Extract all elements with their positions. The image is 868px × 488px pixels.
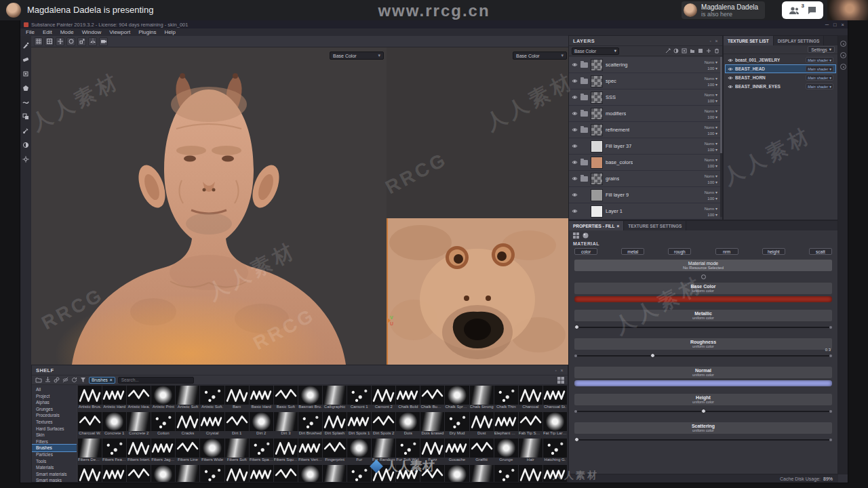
channel-toggle-button[interactable]: rough [668,248,691,255]
brush-item[interactable]: Fuzz [420,439,444,464]
texture-set-row[interactable]: BEAST_INNER_EYES Main shader ▾ [725,82,836,91]
tab-texture-set-list[interactable]: TEXTURE SET LIST [724,36,774,45]
brush-item[interactable]: Charcoal [519,386,542,411]
brush-item[interactable]: Concrete 2 [127,412,151,438]
shelf-category[interactable]: All [32,386,77,393]
viewport-3d[interactable]: Base Color▾ [31,47,387,365]
property-slider[interactable] [574,323,832,331]
brush-item[interactable]: Fibers Dense [78,439,102,464]
dock-display-icon[interactable] [840,41,846,47]
brush-item[interactable] [78,465,102,482]
brush-item[interactable]: Hatching G. [543,439,567,464]
opacity-dropdown[interactable]: 100 ▾ [707,196,717,201]
eraser-tool[interactable] [22,56,30,64]
brush-item[interactable] [420,465,444,482]
menu-item[interactable]: Window [82,29,101,35]
layer-row[interactable]: Fill layer 9 Norm ▾ 100 ▾ [569,187,720,203]
pin-panel-icon[interactable]: ◦ [710,39,712,43]
grid-view-icon[interactable] [573,232,579,239]
channel-toggle-button[interactable]: metal [621,248,644,255]
layer-row[interactable]: Layer 1 Norm ▾ 100 ▾ [569,203,720,220]
visibility-eye-icon[interactable] [572,94,578,100]
opacity-dropdown[interactable]: 100 ▾ [707,180,717,184]
shelf-category[interactable]: Smart materials [32,471,77,478]
close-panel-icon[interactable]: × [715,39,719,43]
property-slider[interactable] [574,407,832,415]
brush-item[interactable] [445,465,469,482]
color-swatch-bar[interactable] [574,296,832,302]
menu-item[interactable]: File [26,29,35,35]
slider-track[interactable] [576,327,831,328]
brush-item[interactable]: Crystal [200,412,224,438]
shelf-category[interactable]: Particles [32,451,77,458]
move-icon[interactable] [56,37,64,46]
blend-mode-dropdown[interactable]: Norm ▾ [705,190,717,195]
visibility-eye-icon[interactable] [572,208,578,214]
blend-mode-dropdown[interactable]: Norm ▾ [705,174,717,178]
brush-item[interactable]: Dots [396,412,420,438]
smudge-tool[interactable] [22,98,30,106]
property-slider[interactable]: 0.3 [574,351,832,359]
texture-set-row[interactable]: BEAST_HEAD Main shader ▾ [725,64,836,73]
brush-item[interactable] [372,465,395,482]
brush-item[interactable]: Grunge [494,439,518,464]
shader-dropdown[interactable]: Main shader ▾ [806,57,833,63]
visibility-eye-icon[interactable] [572,143,578,149]
symmetry-icon[interactable] [88,37,97,46]
layer-row[interactable]: grains Norm ▾ 100 ▾ [569,171,720,187]
camera-icon[interactable] [99,37,108,46]
brush-item[interactable]: Fibers Feather [102,439,126,464]
visibility-eye-icon[interactable] [572,159,578,165]
channel-toggle-button[interactable]: scatt [809,248,832,255]
brush-item[interactable]: Cracks [176,412,199,438]
brush-item[interactable]: Basmati Bru. [298,386,322,411]
menu-item[interactable]: Edit [43,29,52,35]
remove-filter-icon[interactable]: × [110,378,113,382]
visibility-eye-icon[interactable] [728,66,733,72]
blend-mode-dropdown[interactable]: Norm ▾ [705,125,717,129]
opacity-dropdown[interactable]: 100 ▾ [707,147,717,152]
brush-item[interactable] [543,465,567,482]
brush-item[interactable]: Dirt 1 [225,412,249,438]
close-button[interactable]: × [842,22,844,28]
brush-item[interactable] [274,465,298,482]
brush-item[interactable]: Artistic Hea. [127,386,151,411]
opacity-dropdown[interactable]: 100 ▾ [707,115,717,119]
brush-item[interactable] [176,465,199,482]
maximize-button[interactable]: □ [833,22,837,28]
brush-item[interactable]: Bam [225,386,249,411]
add-layer-icon[interactable] [706,48,711,54]
brush-item[interactable]: Chalk Bumpy [420,386,444,411]
slider-handle[interactable] [701,409,706,413]
shelf-category[interactable]: Alphas [32,399,77,406]
brush-item[interactable]: Dirt Spots 1 [347,412,371,438]
brush-item[interactable] [519,465,542,482]
projection-tool[interactable] [22,70,30,78]
visibility-eye-icon[interactable] [572,127,578,133]
brush-item[interactable]: Fibers Wide [200,439,224,464]
opacity-dropdown[interactable]: 100 ▾ [707,66,717,70]
slider-track[interactable] [576,355,831,357]
brush-item[interactable]: Charcoal St. [543,386,567,411]
brush-item[interactable]: Chalk Spread [445,386,469,411]
opacity-dropdown[interactable]: 100 ▾ [707,212,717,217]
brush-item[interactable] [151,465,175,482]
color-swatch-bar[interactable] [574,380,832,386]
quick-mask-tool[interactable] [22,141,30,149]
brush-item[interactable]: Artistic Soft. [200,386,224,411]
table-icon[interactable] [45,37,54,46]
texture-set-settings-dropdown[interactable]: Settings▾ [808,46,835,53]
rotate-icon[interactable] [66,37,75,46]
menu-item[interactable]: Mode [60,29,74,35]
property-slider[interactable] [574,435,832,443]
opacity-dropdown[interactable]: 100 ▾ [707,163,717,168]
pin-panel-icon[interactable]: ◦ [555,368,557,373]
visibility-eye-icon[interactable] [728,84,733,89]
brush-item[interactable]: Fibers Intert. [127,439,151,464]
tab-texture-set-settings[interactable]: TEXTURE SET SETTINGS [624,221,686,230]
new-folder-icon[interactable] [35,377,42,383]
shelf-category[interactable]: Hard Surfaces [32,426,77,432]
shelf-category[interactable]: Project [32,393,77,400]
blend-mode-dropdown[interactable]: Norm ▾ [705,60,717,64]
hide-icon[interactable] [62,377,68,383]
